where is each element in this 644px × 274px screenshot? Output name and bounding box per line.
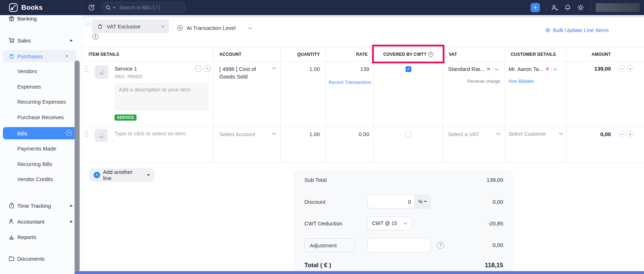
sidebar-item-documents[interactable]: Documents: [0, 252, 83, 265]
refer-users-icon[interactable]: [551, 4, 559, 12]
totals-panel: Sub Total 139,00 Discount % 0,00 CWT Ded…: [294, 170, 513, 272]
row-more-icon[interactable]: ···: [618, 65, 625, 72]
vat-mode-dropdown[interactable]: VAT Exclusive: [92, 19, 169, 33]
cwt-rate-value: CWT @ 15: [372, 220, 397, 226]
chevron-down-icon[interactable]: [554, 67, 557, 70]
line-item-row-1: Service 1 ··· × SKU: 765432 SERVICE [ 49…: [83, 62, 644, 127]
chevron-down-icon[interactable]: [497, 131, 500, 135]
table-options-icon[interactable]: ···: [84, 21, 91, 27]
account-cell[interactable]: Select Account: [214, 127, 281, 162]
chevron-down-icon: [248, 26, 252, 29]
rate-value[interactable]: 139: [360, 66, 369, 72]
quantity-cell[interactable]: 1.00: [281, 62, 326, 126]
app-brand[interactable]: Books: [9, 3, 43, 12]
sidebar-item-vendors[interactable]: Vendors: [17, 68, 37, 74]
sidebar-item-recurring-bills[interactable]: Recurring Bills: [17, 161, 52, 167]
chip-divider: [551, 66, 552, 72]
account-value: [ 4996 ] Cost of Goods Sold: [219, 65, 273, 80]
sidebar-item-purchase-receives[interactable]: Purchase Receives: [17, 114, 64, 120]
sidebar-item-bills-active[interactable]: Bills +: [3, 127, 76, 139]
chevron-down-icon[interactable]: [272, 66, 276, 69]
sidebar-item-label: Documents: [17, 256, 45, 262]
sidebar-item-payments-made[interactable]: Payments Made: [17, 145, 56, 152]
row-more-icon[interactable]: ···: [618, 131, 625, 138]
item-image-placeholder-icon[interactable]: [95, 65, 108, 79]
sidebar-scrollbar[interactable]: [75, 60, 80, 272]
sidebar-item-label: Reports: [17, 234, 36, 240]
rate-cell[interactable]: 0.00: [326, 127, 374, 162]
topbar: Books +: [0, 0, 644, 15]
rate-cell[interactable]: 139 Recent Transactions: [326, 62, 374, 126]
vat-chip[interactable]: Standard Rat... ✕: [448, 66, 498, 72]
bulk-update-link[interactable]: Bulk Update Line Items: [545, 27, 609, 33]
sidebar-item-recurring-expenses[interactable]: Recurring Expenses: [17, 99, 66, 105]
sub-total-label: Sub Total: [304, 177, 327, 183]
chevron-down-icon[interactable]: [272, 131, 276, 135]
sidebar-item-time-tracking[interactable]: Time Tracking ▶: [0, 199, 83, 212]
cwt-checkbox-checked[interactable]: ✓: [406, 66, 411, 72]
add-another-line-button[interactable]: + Add another line: [89, 169, 154, 181]
total-value: 118,15: [485, 262, 503, 269]
header-quantity: QUANTITY: [281, 47, 326, 62]
adjustment-button[interactable]: Adjustment: [304, 238, 355, 252]
recent-history-icon[interactable]: [88, 4, 95, 11]
info-icon[interactable]: i: [428, 52, 433, 57]
discount-unit-dropdown[interactable]: %: [415, 195, 430, 208]
clear-vat-icon[interactable]: ✕: [487, 66, 491, 72]
cart-icon: [8, 37, 15, 44]
quantity-value[interactable]: 1.00: [309, 66, 320, 72]
quick-create-button[interactable]: +: [531, 3, 540, 12]
rate-value[interactable]: 0.00: [359, 131, 369, 137]
sidebar-item-sales[interactable]: Sales ▶: [0, 34, 83, 46]
item-name[interactable]: Service 1: [115, 66, 137, 72]
item-select-input[interactable]: [115, 130, 205, 136]
quantity-cell[interactable]: 1.00: [281, 127, 326, 162]
discount-input[interactable]: [367, 195, 415, 208]
item-description-input[interactable]: [115, 83, 208, 111]
chevron-down-icon: [161, 24, 165, 28]
chevron-down-icon[interactable]: [495, 67, 498, 70]
customer-cell[interactable]: Select Customer: [505, 127, 566, 162]
sidebar-item-accountant[interactable]: Accountant ▶: [0, 215, 83, 228]
non-billable-link[interactable]: Non-Billable: [509, 78, 534, 84]
help-icon[interactable]: ?: [437, 242, 444, 249]
notifications-bell-icon[interactable]: [564, 4, 571, 11]
add-bill-icon[interactable]: +: [66, 130, 72, 136]
item-more-icon[interactable]: ···: [195, 65, 202, 72]
drag-handle-icon[interactable]: [84, 65, 88, 73]
sidebar-item-vendor-credits[interactable]: Vendor Credits: [17, 176, 53, 182]
item-image-placeholder-icon[interactable]: [95, 129, 108, 142]
search-bar[interactable]: [102, 2, 185, 13]
sidebar-item-reports[interactable]: Reports: [0, 231, 83, 243]
organization-name-redacted[interactable]: [596, 3, 640, 12]
search-input[interactable]: [119, 5, 184, 10]
sidebar-item-expenses[interactable]: Expenses: [17, 84, 41, 90]
recent-transactions-link[interactable]: Recent Transactions: [328, 80, 371, 85]
chevron-down-icon[interactable]: [559, 131, 563, 135]
drag-handle-icon[interactable]: [84, 130, 88, 138]
discount-amount: 0,00: [493, 199, 503, 205]
adjustment-amount: 0,00: [493, 242, 503, 248]
row-delete-icon[interactable]: ×: [627, 65, 634, 72]
amount-value: 0,00: [600, 131, 611, 137]
customer-chip[interactable]: Mr. Aaron Ta... ✕: [509, 66, 556, 72]
cwt-rate-dropdown[interactable]: CWT @ 15: [367, 216, 411, 230]
header-item-details: ITEM DETAILS: [83, 47, 214, 62]
settings-gear-icon[interactable]: [577, 4, 584, 11]
adjustment-input[interactable]: [367, 238, 431, 252]
sidebar-item-purchases[interactable]: Purchases ▼: [3, 50, 76, 62]
account-cell[interactable]: [ 4996 ] Cost of Goods Sold: [214, 62, 281, 126]
item-remove-icon[interactable]: ×: [204, 65, 211, 72]
search-scope-caret-icon[interactable]: [113, 7, 116, 9]
cwt-checkbox-unchecked[interactable]: [406, 131, 411, 137]
vat-cell[interactable]: Select a VAT: [443, 127, 505, 162]
row-delete-icon[interactable]: ×: [627, 131, 634, 138]
clear-customer-icon[interactable]: ✕: [545, 66, 549, 72]
tax-level-dropdown[interactable]: At Transaction Level: [176, 24, 251, 31]
cwt-cell: ✓: [374, 62, 443, 126]
quantity-value[interactable]: 1.00: [309, 131, 320, 137]
total-label: Total ( € ): [304, 262, 331, 269]
toolbar-divider: [172, 20, 172, 32]
caret-down-icon[interactable]: [147, 174, 150, 176]
info-icon[interactable]: i: [93, 34, 98, 40]
